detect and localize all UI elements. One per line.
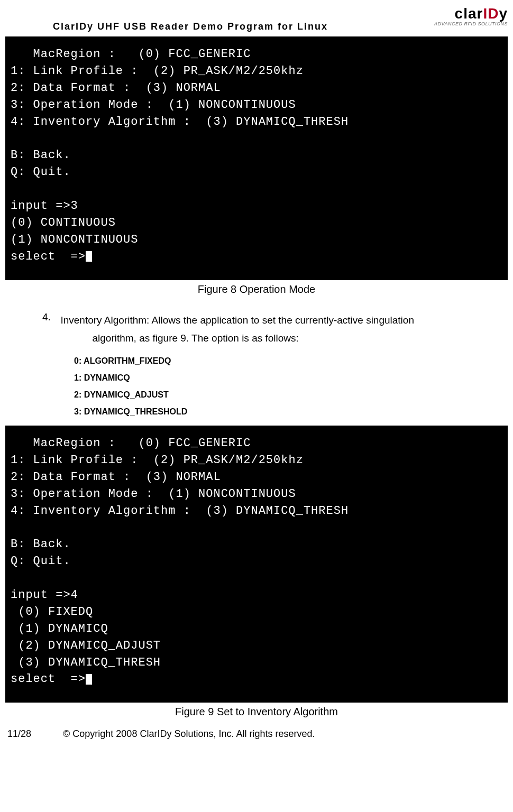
figure-caption-1: Figure 8 Operation Mode [5,283,508,296]
logo-text-clar: clar [455,5,483,22]
logo-subtitle: ADVANCED RFID SOLUTIONS [434,21,508,26]
terminal2-line: 1: Link Profile : (2) PR_ASK/M2/250khz [11,454,304,467]
cursor-icon [86,674,92,685]
algorithm-options: 0: ALGORITHM_FIXEDQ 1: DYNAMICQ 2: DYNAM… [74,353,508,420]
terminal1-line: 3: Operation Mode : (1) NONCONTINUOUS [11,98,296,112]
section-line2: algorithm, as figure 9. The option is as… [92,329,468,347]
terminal2-line: select => [11,672,86,686]
copyright-text: © Copyright 2008 ClarIDy Solutions, Inc.… [63,728,315,740]
terminal1-line: MacRegion : (0) FCC_GENERIC [11,48,251,61]
terminal1-line: 2: Data Format : (3) NORMAL [11,81,221,95]
page-number: 11/28 [7,728,31,740]
section-text: Inventory Algorithm: Allows the applicat… [60,311,468,347]
page-footer: 11/28 © Copyright 2008 ClarIDy Solutions… [5,728,508,740]
logo-text-y: y [499,5,508,22]
section-4: 4. Inventory Algorithm: Allows the appli… [42,311,471,347]
logo-text-id: ID [483,5,499,22]
terminal2-line: (0) FIXEDQ [11,605,93,619]
terminal1-line: B: Back. [11,149,71,162]
terminal1-line: (1) NONCONTINUOUS [11,233,138,246]
terminal2-line: B: Back. [11,538,71,551]
terminal2-line: MacRegion : (0) FCC_GENERIC [11,437,251,450]
section-number: 4. [42,311,58,323]
option-3: 3: DYNAMICQ_THRESHOLD [74,403,508,420]
document-title: ClarIDy UHF USB Reader Demo Program for … [53,21,328,32]
logo-main: clarIDy [434,5,508,22]
terminal2-line: (2) DYNAMICQ_ADJUST [11,639,161,652]
terminal2-line: input =>4 [11,588,78,602]
company-logo: clarIDy ADVANCED RFID SOLUTIONS [434,5,508,26]
option-1: 1: DYNAMICQ [74,370,508,386]
terminal-screenshot-1: MacRegion : (0) FCC_GENERIC 1: Link Prof… [5,36,508,280]
option-0: 0: ALGORITHM_FIXEDQ [74,353,508,370]
terminal1-line: input =>3 [11,199,78,213]
terminal-screenshot-2: MacRegion : (0) FCC_GENERIC 1: Link Prof… [5,426,508,703]
terminal2-line: 4: Inventory Algorithm : (3) DYNAMICQ_TH… [11,504,349,518]
terminal2-line: Q: Quit. [11,555,71,568]
section-line1: Inventory Algorithm: Allows the applicat… [60,315,414,326]
figure-caption-2: Figure 9 Set to Inventory Algorithm [5,706,508,718]
terminal1-line: Q: Quit. [11,165,71,179]
option-2: 2: DYNAMICQ_ADJUST [74,386,508,403]
terminal2-line: (1) DYNAMICQ [11,622,108,635]
cursor-icon [86,251,92,262]
terminal2-line: 2: Data Format : (3) NORMAL [11,470,221,484]
terminal1-line: select => [11,250,86,263]
page-header: ClarIDy UHF USB Reader Demo Program for … [5,5,508,32]
terminal2-line: (3) DYNAMICQ_THRESH [11,656,161,669]
terminal2-line: 3: Operation Mode : (1) NONCONTINUOUS [11,487,296,501]
terminal1-line: 4: Inventory Algorithm : (3) DYNAMICQ_TH… [11,115,349,128]
terminal1-line: 1: Link Profile : (2) PR_ASK/M2/250khz [11,64,304,78]
terminal1-line: (0) CONTINUOUS [11,216,116,229]
